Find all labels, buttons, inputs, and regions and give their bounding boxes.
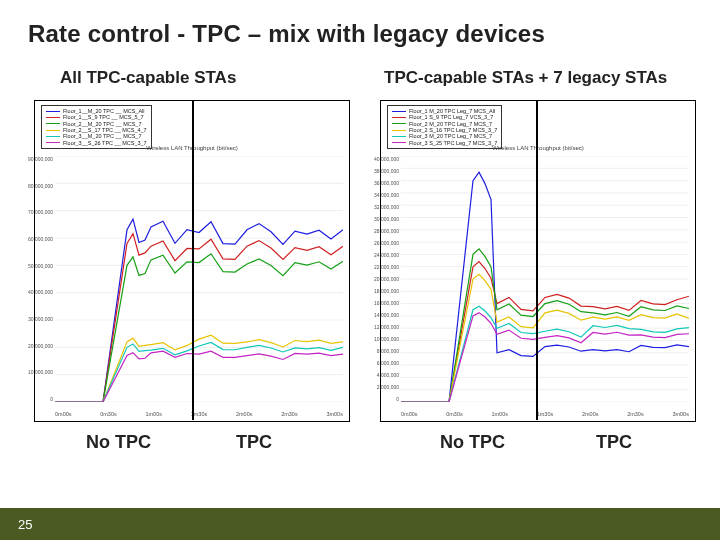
chart-right-plot bbox=[401, 156, 689, 402]
divider-left bbox=[192, 100, 194, 420]
chart-right: Floor_1 M_20 TPC Leg_7 MCS_AllFloor_1 S_… bbox=[380, 100, 696, 422]
chart-left-yticks: 90,000,00080,000,00070,000,00060,000,000… bbox=[37, 156, 53, 402]
label-right-tpc: TPC bbox=[596, 432, 632, 453]
subtitle-right: TPC-capable STAs + 7 legacy STAs bbox=[384, 68, 667, 88]
chart-left-xticks: 0m00s0m30s1m00s1m30s2m00s2m30s3m00s bbox=[55, 411, 343, 417]
divider-right bbox=[536, 100, 538, 420]
page-number: 25 bbox=[18, 517, 32, 532]
label-right-notpc: No TPC bbox=[440, 432, 505, 453]
subtitle-left: All TPC-capable STAs bbox=[60, 68, 236, 88]
label-left-notpc: No TPC bbox=[86, 432, 151, 453]
chart-right-yticks: 40,000,00038,000,00036,000,00034,000,000… bbox=[383, 156, 399, 402]
footer-bar: 25 bbox=[0, 508, 720, 540]
legend-left: Floor_1__M_20 TPC __ MCS_AllFloor_1__S_9… bbox=[41, 105, 152, 149]
slide-title: Rate control - TPC – mix with legacy dev… bbox=[28, 20, 545, 48]
chart-right-xticks: 0m00s0m30s1m00s1m30s2m00s2m30s3m00s bbox=[401, 411, 689, 417]
label-left-tpc: TPC bbox=[236, 432, 272, 453]
legend-right: Floor_1 M_20 TPC Leg_7 MCS_AllFloor_1 S_… bbox=[387, 105, 502, 149]
chart-left-plot bbox=[55, 156, 343, 402]
chart-right-title: Wireless LAN Throughput (bit/sec) bbox=[381, 145, 695, 151]
